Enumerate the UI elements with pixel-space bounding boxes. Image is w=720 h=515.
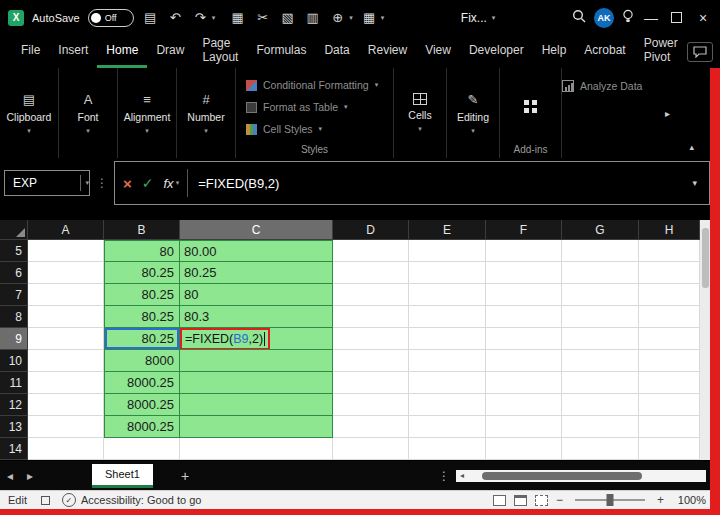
cell-G11[interactable] [562,372,639,394]
cell-D14[interactable] [333,438,409,460]
cell-A13[interactable] [28,416,104,438]
cell-D7[interactable] [333,284,409,306]
analyze-data-button[interactable]: Analyze Data [562,68,674,158]
cell-G9[interactable] [562,328,639,350]
tab-developer[interactable]: Developer [460,35,533,68]
cell-D9[interactable] [333,328,409,350]
cut-icon[interactable]: ✂ [254,10,271,25]
ribbon-group-number[interactable]: # Number ▾ [177,68,236,158]
cell-E8[interactable] [409,306,486,328]
prev-sheet-icon[interactable]: ◂ [0,469,20,483]
col-header-D[interactable]: D [333,220,409,240]
cell-B13[interactable]: 8000.25 [104,416,180,438]
macro-record-icon[interactable] [41,496,50,505]
zoom-slider-thumb[interactable] [606,494,613,506]
row-header-11[interactable]: 11 [0,372,28,394]
sheetbar-kebab-icon[interactable]: ⋮ [438,469,450,483]
tab-page-layout[interactable]: Page Layout [193,35,247,68]
search-icon[interactable] [572,9,586,27]
tab-acrobat[interactable]: Acrobat [575,35,634,68]
cell-B9[interactable]: 80.25 [104,328,180,350]
sheet-tab-sheet1[interactable]: Sheet1 [92,464,153,488]
cell-D6[interactable] [333,262,409,284]
cell-H11[interactable] [639,372,700,394]
table-icon[interactable]: ▦ [361,10,378,25]
cell-G8[interactable] [562,306,639,328]
horizontal-scrollbar[interactable]: ◂ [456,470,706,482]
cell-B8[interactable]: 80.25 [104,306,180,328]
redo-dropdown-icon[interactable]: ▾ [212,14,216,22]
cell-C10[interactable] [180,350,333,372]
globe-icon[interactable]: ⊕ [329,10,346,25]
zoom-slider[interactable] [575,499,645,501]
formula-text[interactable]: =FIXED(B9,2) [198,176,279,191]
cell-F14[interactable] [486,438,562,460]
cell-A10[interactable] [28,350,104,372]
tab-home[interactable]: Home [97,35,147,68]
cell-H13[interactable] [639,416,700,438]
lightbulb-icon[interactable] [622,9,634,27]
cell-D13[interactable] [333,416,409,438]
vertical-scrollbar[interactable] [700,220,710,460]
ribbon-group-font[interactable]: A Font ▾ [59,68,118,158]
cell-C13[interactable] [180,416,333,438]
cell-B12[interactable]: 8000.25 [104,394,180,416]
tab-help[interactable]: Help [533,35,576,68]
formula-input-area[interactable]: × ✓ fx ▾ =FIXED(B9,2) ▾ [114,161,710,205]
row-header-5[interactable]: 5 [0,240,28,262]
cell-F8[interactable] [486,306,562,328]
cell-A8[interactable] [28,306,104,328]
cell-H14[interactable] [639,438,700,460]
col-header-G[interactable]: G [562,220,639,240]
cell-F6[interactable] [486,262,562,284]
tab-data[interactable]: Data [315,35,358,68]
cell-F7[interactable] [486,284,562,306]
row-header-6[interactable]: 6 [0,262,28,284]
page-layout-view-icon[interactable] [514,495,527,506]
expand-formula-bar-icon[interactable]: ▾ [692,178,701,188]
cell-F9[interactable] [486,328,562,350]
cell-G12[interactable] [562,394,639,416]
cell-B11[interactable]: 8000.25 [104,372,180,394]
copy-icon[interactable]: ▦ [229,10,246,25]
cell-E10[interactable] [409,350,486,372]
cancel-icon[interactable]: × [123,175,132,192]
cell-C8[interactable]: 80.3 [180,306,333,328]
cell-A9[interactable] [28,328,104,350]
minimize-button[interactable]: — [642,10,660,26]
cell-E12[interactable] [409,394,486,416]
name-box-dropdown-icon[interactable]: ▾ [85,179,89,187]
ribbon-more-icon[interactable]: ▸ [665,108,670,119]
cell-G6[interactable] [562,262,639,284]
cell-H5[interactable] [639,240,700,262]
cell-C11[interactable] [180,372,333,394]
row-header-13[interactable]: 13 [0,416,28,438]
cell-H6[interactable] [639,262,700,284]
maximize-button[interactable] [668,10,686,26]
cell-E6[interactable] [409,262,486,284]
cell-H8[interactable] [639,306,700,328]
cell-F11[interactable] [486,372,562,394]
save-icon[interactable]: ▤ [142,10,159,25]
conditional-formatting-button[interactable]: Conditional Formatting ▾ [246,74,385,96]
zoom-out-icon[interactable]: − [556,493,563,507]
tab-insert[interactable]: Insert [49,35,97,68]
accessibility-status[interactable]: Accessibility: Good to go [81,494,201,506]
chart-icon[interactable]: ▥ [304,10,321,25]
cell-C12[interactable] [180,394,333,416]
cell-F12[interactable] [486,394,562,416]
page-break-view-icon[interactable] [535,495,548,506]
user-avatar[interactable]: AK [594,8,614,28]
comments-button[interactable] [687,42,713,62]
cell-D11[interactable] [333,372,409,394]
cell-B10[interactable]: 8000 [104,350,180,372]
normal-view-icon[interactable] [493,495,506,506]
select-all-button[interactable] [0,220,28,240]
cell-E13[interactable] [409,416,486,438]
cell-G7[interactable] [562,284,639,306]
zoom-in-icon[interactable]: + [657,493,664,507]
redo-icon[interactable]: ↷ [192,10,209,25]
row-header-8[interactable]: 8 [0,306,28,328]
cell-C9[interactable]: =FIXED(B9,2) [180,328,333,350]
col-header-F[interactable]: F [486,220,562,240]
